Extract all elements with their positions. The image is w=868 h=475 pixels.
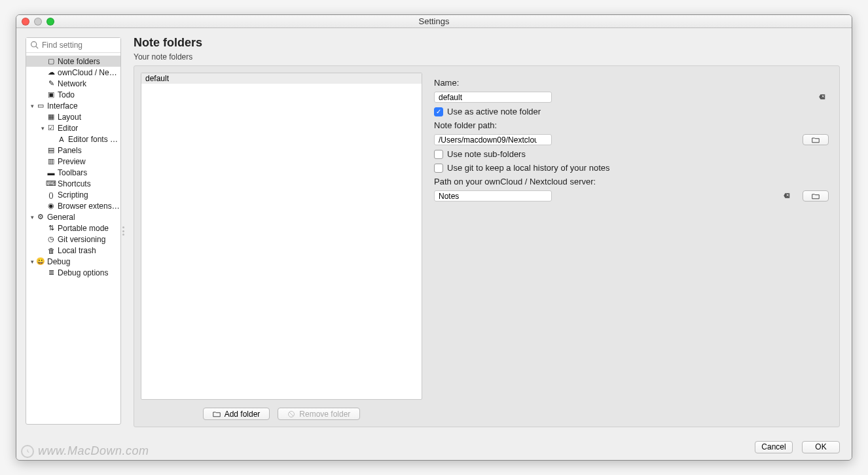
- sidebar-item-label: Scripting: [58, 190, 88, 200]
- browse-path-button[interactable]: [803, 134, 829, 145]
- server-path-input[interactable]: [434, 190, 552, 202]
- folder-icon: [811, 192, 820, 200]
- sidebar-item-debug-options[interactable]: ≣Debug options: [26, 267, 120, 278]
- active-label: Use as active note folder: [447, 107, 541, 116]
- sidebar-item-scripting[interactable]: ()Scripting: [26, 189, 120, 200]
- splitter-handle[interactable]: [121, 28, 126, 434]
- svg-line-3: [289, 412, 293, 416]
- sidebar-item-label: Shortcuts: [58, 179, 91, 188]
- sidebar-item-todo[interactable]: ▣Todo: [26, 89, 120, 100]
- ok-button[interactable]: OK: [802, 441, 840, 453]
- folder-icon: [811, 136, 820, 144]
- sidebar-item-label: Editor fonts …: [68, 135, 118, 144]
- name-input[interactable]: [434, 92, 552, 103]
- sidebar-item-interface[interactable]: ▾▭Interface: [26, 100, 120, 111]
- name-label: Name:: [434, 78, 829, 88]
- add-folder-button[interactable]: Add folder: [203, 408, 270, 420]
- sidebar-item-browser-extens[interactable]: ◉Browser extens…: [26, 200, 120, 211]
- subfolders-checkbox[interactable]: [434, 150, 443, 159]
- folder-list[interactable]: default: [141, 73, 422, 400]
- search-input[interactable]: [26, 38, 120, 52]
- square-icon: ▣: [46, 90, 56, 99]
- subfolders-label: Use note sub-folders: [447, 149, 526, 159]
- sidebar-item-network[interactable]: ✎Network: [26, 78, 120, 89]
- note-folders-panel: default Add folder: [134, 65, 840, 427]
- folder-icon: ▢: [46, 57, 56, 66]
- cloud-icon: ☁: [46, 68, 56, 77]
- minimize-icon[interactable]: [34, 18, 42, 26]
- sidebar: ▢Note folders☁ownCloud / Nex…✎Network▣To…: [26, 37, 121, 425]
- sidebar-item-portable-mode[interactable]: ⇅Portable mode: [26, 222, 120, 234]
- caret-icon[interactable]: ▾: [29, 258, 36, 265]
- sidebar-item-preview[interactable]: ▥Preview: [26, 156, 120, 167]
- folder-plus-icon: [213, 410, 221, 418]
- sidebar-item-owncloud-nex[interactable]: ☁ownCloud / Nex…: [26, 67, 120, 78]
- sidebar-item-label: Panels: [58, 146, 82, 155]
- path-input[interactable]: [434, 134, 552, 145]
- caret-icon[interactable]: ▾: [29, 214, 36, 220]
- sidebar-item-label: Preview: [58, 157, 86, 166]
- caret-icon[interactable]: ▾: [39, 125, 46, 132]
- remove-folder-label: Remove folder: [299, 410, 350, 419]
- list-icon: ≣: [46, 268, 56, 277]
- path-label: Note folder path:: [434, 120, 829, 130]
- check-icon: ☑: [46, 124, 56, 133]
- close-icon[interactable]: [22, 18, 29, 26]
- clear-icon[interactable]: [782, 191, 791, 200]
- watermark: www.MacDown.com: [21, 444, 149, 458]
- sidebar-item-editor-fonts[interactable]: AEditor fonts …: [26, 133, 120, 145]
- sidebar-item-toolbars[interactable]: ▬Toolbars: [26, 167, 120, 178]
- toolbar-icon: ▬: [46, 168, 56, 177]
- font-icon: A: [57, 135, 66, 144]
- clock-icon: ◷: [46, 235, 56, 244]
- sidebar-item-label: Debug options: [58, 268, 108, 277]
- sidebar-item-label: ownCloud / Nex…: [58, 68, 120, 77]
- sidebar-item-label: Todo: [58, 90, 75, 99]
- browse-server-button[interactable]: [803, 190, 829, 202]
- clock-icon: [21, 445, 34, 458]
- clear-icon[interactable]: [817, 92, 826, 101]
- sidebar-item-label: Editor: [58, 124, 78, 133]
- sidebar-item-label: Note folders: [58, 57, 100, 66]
- keys-icon: ⌨: [46, 179, 56, 188]
- sidebar-item-label: Browser extens…: [58, 202, 120, 211]
- active-checkbox[interactable]: ✓: [434, 107, 443, 116]
- brackets-icon: (): [46, 190, 56, 200]
- titlebar: Settings: [16, 15, 852, 28]
- folder-list-item[interactable]: default: [141, 73, 422, 84]
- svg-line-1: [36, 46, 38, 48]
- search-icon: [30, 41, 39, 49]
- preview-icon: ▥: [46, 157, 56, 166]
- add-folder-label: Add folder: [225, 410, 261, 419]
- watermark-text: www.MacDown.com: [38, 444, 149, 458]
- sidebar-item-label: Network: [58, 79, 86, 88]
- sidebar-item-git-versioning[interactable]: ◷Git versioning: [26, 234, 120, 245]
- sidebar-item-note-folders[interactable]: ▢Note folders: [26, 56, 120, 67]
- traffic-lights: [22, 18, 54, 26]
- sidebar-item-label: Layout: [58, 113, 81, 122]
- sidebar-item-panels[interactable]: ▤Panels: [26, 145, 120, 156]
- cancel-button[interactable]: Cancel: [755, 441, 793, 453]
- zoom-icon[interactable]: [46, 18, 54, 26]
- sidebar-item-debug[interactable]: ▾😀Debug: [26, 256, 120, 267]
- layout-icon: ▦: [46, 113, 56, 122]
- settings-window: Settings ▢Note folders☁ownCloud / Nex…✎N…: [16, 14, 852, 461]
- pencil-icon: ✎: [46, 79, 56, 88]
- folder-minus-icon: [287, 410, 295, 418]
- page-subtitle: Your note folders: [134, 52, 840, 62]
- caret-icon[interactable]: ▾: [29, 103, 36, 109]
- window-title: Settings: [419, 16, 450, 26]
- git-checkbox[interactable]: [434, 164, 443, 173]
- sidebar-item-label: Debug: [47, 257, 70, 266]
- sidebar-item-local-trash[interactable]: 🗑Local trash: [26, 245, 120, 256]
- remove-folder-button[interactable]: Remove folder: [278, 408, 360, 420]
- sidebar-item-label: Git versioning: [58, 235, 105, 244]
- gear-icon: ⚙: [36, 213, 45, 222]
- globe-icon: ◉: [46, 202, 56, 211]
- sidebar-item-general[interactable]: ▾⚙General: [26, 211, 120, 222]
- svg-point-0: [31, 42, 37, 47]
- sidebar-item-shortcuts[interactable]: ⌨Shortcuts: [26, 178, 120, 189]
- server-path-label: Path on your ownCloud / Nextcloud server…: [434, 177, 829, 186]
- sidebar-item-editor[interactable]: ▾☑Editor: [26, 122, 120, 133]
- sidebar-item-layout[interactable]: ▦Layout: [26, 111, 120, 122]
